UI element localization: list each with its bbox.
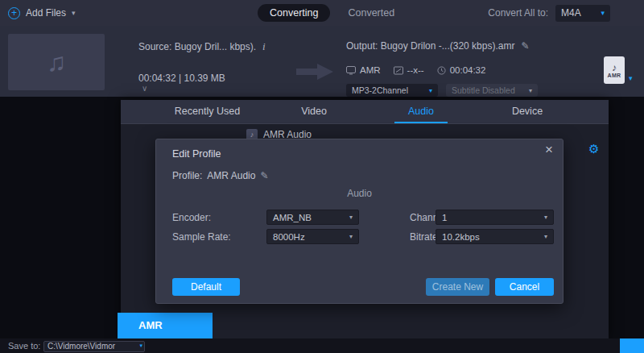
convert-all-button[interactable] <box>620 338 644 353</box>
arrow-right-icon <box>296 63 333 83</box>
save-path-input[interactable] <box>43 341 145 352</box>
save-path-group: ▾ <box>43 340 145 351</box>
sample-rate-label: Sample Rate: <box>172 231 231 243</box>
app-window: + Add Files ▾ Converting Converted Conve… <box>0 0 644 353</box>
resolution-icon <box>394 66 403 75</box>
media-thumbnail: ♫ <box>8 34 105 90</box>
convert-all-label: Convert All to: <box>488 7 548 19</box>
chevron-down-icon: ▾ <box>429 87 432 94</box>
source-filename: Source: Bugoy Dril... kbps). <box>138 41 256 52</box>
convert-all-group: Convert All to: M4A ▾ <box>488 0 610 26</box>
bitrate-select[interactable]: 10.2kbps ▾ <box>436 229 554 244</box>
expand-chevron-icon[interactable]: ∨ <box>142 84 147 93</box>
tab-audio[interactable]: Audio <box>394 100 448 123</box>
profile-name-row: Profile: AMR Audio ✎ <box>172 170 268 181</box>
music-note-icon: ♪ <box>612 63 617 73</box>
top-toolbar: + Add Files ▾ Converting Converted Conve… <box>0 0 644 26</box>
create-new-button[interactable]: Create New <box>426 278 489 296</box>
channel-select[interactable]: 1 ▾ <box>436 210 554 225</box>
sidebar-item-amr[interactable]: AMR <box>118 313 213 338</box>
chevron-down-icon[interactable]: ▾ <box>139 343 142 349</box>
bottom-bar: Save to: ▾ <box>0 338 644 353</box>
subtitle-select[interactable]: Subtitle Disabled ▾ <box>446 84 538 97</box>
convert-all-select[interactable]: M4A ▾ <box>555 5 610 22</box>
edit-pencil-icon[interactable]: ✎ <box>260 170 268 181</box>
chevron-down-icon: ▾ <box>72 9 76 17</box>
music-note-icon: ♫ <box>47 49 66 75</box>
add-files-button[interactable]: + Add Files ▾ <box>8 0 76 26</box>
dialog-title: Edit Profile <box>172 148 221 160</box>
clock-icon <box>437 66 446 75</box>
section-title: Audio <box>156 188 563 199</box>
add-files-label: Add Files <box>26 7 66 19</box>
tab-recently-used[interactable]: Recently Used <box>169 100 246 123</box>
format-icon <box>346 66 356 75</box>
profile-tabs: Recently Used Video Audio Device <box>121 100 609 124</box>
gear-icon[interactable]: ⚙ <box>588 143 599 155</box>
cancel-button[interactable]: Cancel <box>495 278 554 296</box>
profile-value: AMR Audio <box>207 170 255 181</box>
save-to-label: Save to: <box>8 338 40 353</box>
format-badge: AMR <box>346 65 381 75</box>
source-info: Source: Bugoy Dril... kbps). i <box>138 40 266 53</box>
chevron-down-icon: ▾ <box>544 214 547 221</box>
profile-label: Profile: <box>172 170 202 181</box>
tab-converting[interactable]: Converting <box>258 4 330 22</box>
duration-badge: 00:04:32 <box>437 65 486 75</box>
format-label: AMR <box>608 73 621 78</box>
tab-video[interactable]: Video <box>290 100 338 123</box>
encoder-select[interactable]: AMR_NB ▾ <box>266 210 359 225</box>
chevron-down-icon: ▾ <box>349 214 353 221</box>
sample-rate-select[interactable]: 8000Hz ▾ <box>266 229 359 244</box>
convert-all-value: M4A <box>561 7 581 19</box>
info-icon[interactable]: i <box>262 40 266 53</box>
default-button[interactable]: Default <box>172 278 240 296</box>
chevron-down-icon: ▾ <box>601 9 605 17</box>
rename-pencil-icon[interactable]: ✎ <box>521 40 529 52</box>
tab-device[interactable]: Device <box>501 100 554 123</box>
encoder-label: Encoder: <box>172 212 211 223</box>
output-selects: MP3-2Channel ▾ Subtitle Disabled ▾ <box>346 84 538 97</box>
chevron-down-icon: ▾ <box>529 87 532 94</box>
plus-icon: + <box>8 7 20 19</box>
resolution-badge: --x-- <box>394 65 424 75</box>
top-tabs: Converting Converted <box>258 0 394 26</box>
output-properties: AMR --x-- 00:04:32 <box>346 65 493 75</box>
source-duration-size: 00:04:32 | 10.39 MB <box>138 73 225 84</box>
chevron-down-icon: ▾ <box>544 233 547 240</box>
output-info: Output: Bugoy Drilon -...(320 kbps).amr … <box>346 40 529 52</box>
output-filename: Output: Bugoy Drilon -...(320 kbps).amr <box>346 40 514 52</box>
tab-converted[interactable]: Converted <box>348 7 394 19</box>
file-row: ♫ Source: Bugoy Dril... kbps). i 00:04:3… <box>0 26 644 97</box>
audio-channel-select[interactable]: MP3-2Channel ▾ <box>346 84 438 97</box>
edit-profile-dialog: Edit Profile × Profile: AMR Audio ✎ Audi… <box>155 139 564 304</box>
chevron-down-icon[interactable]: ▾ <box>629 74 633 82</box>
close-icon[interactable]: × <box>545 143 553 156</box>
chevron-down-icon: ▾ <box>349 233 353 240</box>
output-format-button[interactable]: ♪ AMR <box>604 56 625 84</box>
